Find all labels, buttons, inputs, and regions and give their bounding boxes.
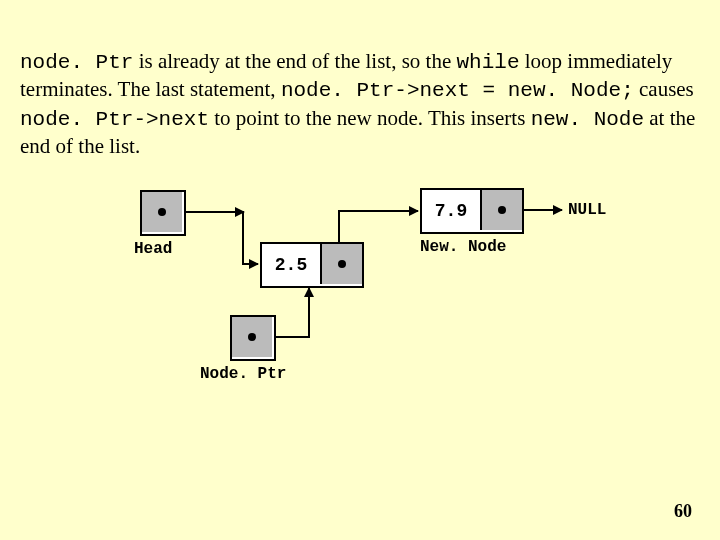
page-number: 60 bbox=[674, 501, 692, 522]
code-assign: node. Ptr->next = new. Node; bbox=[281, 79, 634, 102]
linked-list-diagram: Head 2.5 7.9 New. Node NULL Node. Ptr bbox=[120, 180, 620, 440]
arrow-n1-to-n2-head bbox=[408, 210, 418, 212]
node-1-ptr bbox=[320, 244, 362, 284]
code-newnode: new. Node bbox=[531, 108, 644, 131]
dot-icon bbox=[338, 260, 346, 268]
body-paragraph: node. Ptr is already at the end of the l… bbox=[20, 48, 700, 159]
nodeptr-box bbox=[230, 315, 276, 361]
text-frag: causes bbox=[634, 77, 694, 101]
newnode-label: New. Node bbox=[420, 238, 506, 256]
null-label: NULL bbox=[568, 201, 606, 219]
arrow-n1-to-n2-h bbox=[338, 210, 410, 212]
nodeptr-cell bbox=[232, 317, 272, 357]
head-ptr-cell bbox=[142, 192, 182, 232]
node-2: 7.9 bbox=[420, 188, 524, 234]
dot-icon bbox=[158, 208, 166, 216]
dot-icon bbox=[498, 206, 506, 214]
arrow-head-to-node1-h2 bbox=[242, 263, 258, 265]
dot-icon bbox=[248, 333, 256, 341]
head-box bbox=[140, 190, 186, 236]
node-2-value: 7.9 bbox=[422, 190, 480, 232]
code-next: node. Ptr->next bbox=[20, 108, 209, 131]
text-frag: is already at the end of the list, so th… bbox=[133, 49, 456, 73]
arrow-n1-to-n2-v bbox=[338, 210, 340, 242]
arrow-head-to-node1-v bbox=[242, 211, 244, 263]
arrow-np-v bbox=[308, 288, 310, 338]
arrow-head-to-node1 bbox=[184, 211, 244, 213]
arrow-np-h bbox=[274, 336, 310, 338]
node-2-ptr bbox=[480, 190, 522, 230]
node-1-value: 2.5 bbox=[262, 244, 320, 286]
code-while: while bbox=[457, 51, 520, 74]
head-label: Head bbox=[134, 240, 172, 258]
text-frag: to point to the new node. This inserts bbox=[209, 106, 531, 130]
node-1: 2.5 bbox=[260, 242, 364, 288]
code-nodeptr: node. Ptr bbox=[20, 51, 133, 74]
nodeptr-label: Node. Ptr bbox=[200, 365, 286, 383]
arrow-n2-to-null bbox=[522, 209, 562, 211]
